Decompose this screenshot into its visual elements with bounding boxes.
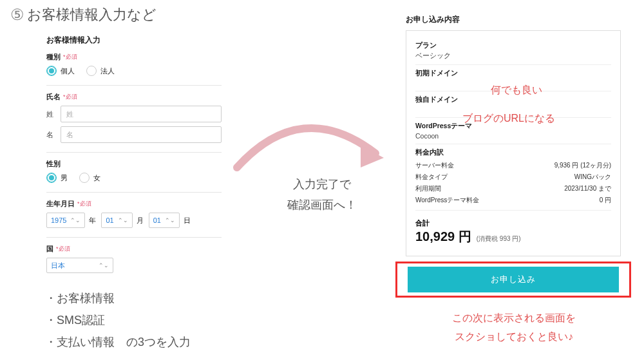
- summary-title: お申し込み内容: [406, 14, 621, 25]
- dob-label-text: 生年月日: [46, 199, 75, 209]
- bullet-customer-info: お客様情報: [45, 287, 191, 309]
- price-breakdown-label: 料金内訳: [415, 148, 611, 157]
- total-label: 合計: [415, 218, 430, 228]
- step-title-text: お客様情報入力など: [27, 5, 156, 24]
- required-badge: *必須: [63, 93, 77, 101]
- plan-value: ベーシック: [415, 52, 611, 61]
- required-badge: *必須: [77, 200, 91, 208]
- dob-label: 生年月日 *必須: [46, 199, 222, 209]
- radio-personal-label: 個人: [61, 66, 75, 76]
- mei-caption: 名: [46, 130, 55, 140]
- bullet-sms: SMS認証: [45, 309, 191, 331]
- theme-value: Cocoon: [415, 132, 611, 140]
- radio-icon: [79, 173, 90, 183]
- tip-line1: この次に表示される画面を: [404, 309, 623, 328]
- radio-female-label: 女: [93, 173, 100, 183]
- chevron-updown-icon: ⌃⌄: [165, 217, 175, 224]
- gender-label-text: 性別: [46, 159, 61, 169]
- name-label-text: 氏名: [46, 92, 61, 102]
- radio-female[interactable]: 女: [79, 173, 100, 183]
- sei-input[interactable]: 姓: [61, 106, 222, 122]
- radio-personal[interactable]: 個人: [46, 66, 75, 76]
- name-label: 氏名 *必須: [46, 92, 222, 102]
- radio-icon: [46, 66, 57, 76]
- radio-male[interactable]: 男: [46, 173, 68, 183]
- required-badge: *必須: [63, 53, 77, 61]
- month-value: 01: [106, 216, 113, 224]
- summary-box: プラン ベーシック 初期ドメイン 独自ドメイン WordPressテーマ Coc…: [406, 30, 621, 256]
- mei-input[interactable]: 名: [61, 126, 222, 143]
- theme-fee-value: 0 円: [600, 196, 611, 205]
- order-summary: お申し込み内容 プラン ベーシック 初期ドメイン 独自ドメイン WordPres…: [406, 14, 621, 256]
- country-select[interactable]: 日本 ⌃⌄: [46, 258, 113, 273]
- bullet-payment: 支払い情報 の3つを入力: [45, 331, 191, 353]
- month-select[interactable]: 01⌃⌄: [101, 213, 132, 228]
- tip-line2: スクショしておくと良い♪: [404, 328, 623, 347]
- day-select[interactable]: 01⌃⌄: [149, 213, 180, 228]
- server-fee-value: 9,936 円 (12ヶ月分): [554, 161, 611, 170]
- annotation-screenshot-tip: この次に表示される画面を スクショしておくと良い♪: [404, 309, 623, 347]
- country-value: 日本: [51, 261, 65, 271]
- plan-type-value: WINGパック: [574, 173, 611, 182]
- step-title: ⑤ お客様情報入力など: [10, 5, 156, 24]
- radio-icon: [46, 173, 57, 183]
- customer-form: お客様情報入力 種別 *必須 個人 法人 氏名 *必須 姓 姓 名: [46, 35, 222, 282]
- radio-corp[interactable]: 法人: [86, 66, 115, 76]
- submit-button[interactable]: お申し込み: [408, 267, 619, 292]
- init-domain-label: 初期ドメイン: [415, 69, 611, 78]
- submit-highlight: お申し込み: [395, 262, 631, 298]
- mid-caption: 入力完了で 確認画面へ！: [258, 174, 386, 216]
- year-select[interactable]: 1975⌃⌄: [46, 213, 85, 228]
- sei-caption: 姓: [46, 110, 55, 119]
- plan-type-label: 料金タイプ: [415, 173, 448, 182]
- period-value: 2023/11/30 まで: [564, 184, 611, 193]
- theme-fee-label: WordPressテーマ料金: [415, 196, 479, 205]
- gender-label: 性別: [46, 159, 222, 169]
- mid-caption-line2: 確認画面へ！: [258, 195, 386, 215]
- annotation-own-domain: ブログのURLになる: [462, 112, 555, 126]
- plan-label: プラン: [415, 41, 611, 50]
- annotation-init-domain: 何でも良い: [491, 84, 542, 97]
- type-label-text: 種別: [46, 52, 61, 62]
- mid-caption-line1: 入力完了で: [258, 174, 386, 195]
- country-label-text: 国: [46, 244, 53, 254]
- year-unit: 年: [89, 216, 96, 225]
- radio-icon: [86, 66, 97, 76]
- chevron-updown-icon: ⌃⌄: [99, 262, 109, 269]
- step-number-circle: ⑤: [10, 6, 24, 24]
- radio-corp-label: 法人: [100, 66, 115, 76]
- period-label: 利用期間: [415, 184, 441, 193]
- arrow-icon: [231, 90, 398, 180]
- day-unit: 日: [184, 216, 191, 225]
- form-heading: お客様情報入力: [46, 35, 222, 46]
- year-value: 1975: [51, 216, 66, 224]
- required-badge: *必須: [56, 245, 70, 253]
- total-amount: 10,929 円: [415, 228, 471, 245]
- chevron-updown-icon: ⌃⌄: [70, 217, 80, 224]
- day-value: 01: [153, 216, 161, 224]
- radio-male-label: 男: [61, 173, 68, 183]
- input-checklist: お客様情報 SMS認証 支払い情報 の3つを入力: [45, 287, 191, 354]
- month-unit: 月: [137, 216, 144, 225]
- country-label: 国 *必須: [46, 244, 222, 254]
- total-tax: (消費税 993 円): [477, 234, 521, 243]
- server-fee-label: サーバー料金: [415, 161, 454, 170]
- chevron-updown-icon: ⌃⌄: [118, 217, 128, 224]
- type-label: 種別 *必須: [46, 52, 222, 62]
